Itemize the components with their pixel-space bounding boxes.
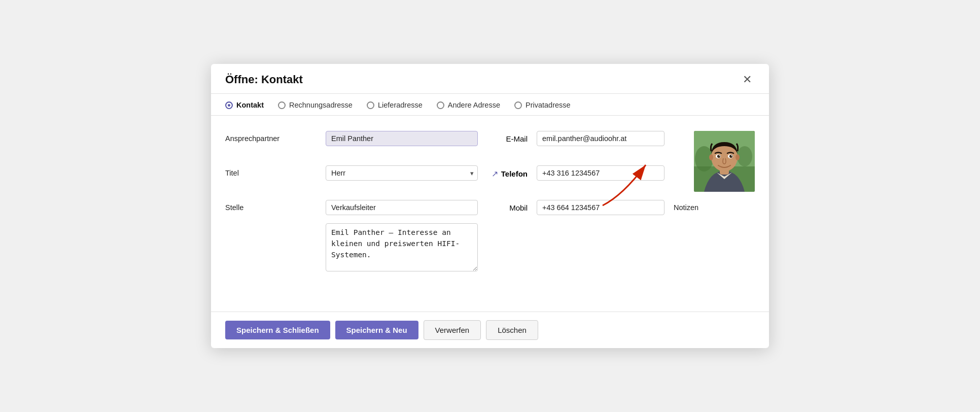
telefon-input[interactable]	[537, 165, 664, 181]
dialog: Öffne: Kontakt ✕ Kontakt Rechnungsadress…	[211, 64, 769, 348]
radio-rechnungsadresse	[278, 101, 286, 109]
tab-rechnungsadresse[interactable]: Rechnungsadresse	[278, 101, 353, 109]
radio-lieferadresse	[367, 101, 374, 109]
radio-privatadresse	[514, 101, 522, 109]
radio-kontakt	[225, 101, 233, 109]
tab-andere-adresse[interactable]: Andere Adresse	[437, 101, 500, 109]
save-close-button[interactable]: Speichern & Schließen	[225, 321, 330, 339]
tab-bar: Kontakt Rechnungsadresse Lieferadresse A…	[211, 94, 769, 116]
stelle-input[interactable]	[326, 200, 478, 215]
avatar-cell	[674, 131, 755, 192]
titel-label: Titel	[225, 165, 317, 177]
delete-button[interactable]: Löschen	[486, 320, 538, 340]
tab-rechnungsadresse-label: Rechnungsadresse	[289, 101, 353, 109]
tab-lieferadresse[interactable]: Lieferadresse	[367, 101, 423, 109]
stelle-label: Stelle	[225, 200, 317, 212]
save-new-button[interactable]: Speichern & Neu	[335, 321, 418, 339]
telefon-label-cell: ↗ Telefon	[487, 165, 528, 179]
email-input[interactable]	[537, 131, 664, 146]
tab-privatadresse[interactable]: Privatadresse	[514, 101, 571, 109]
notizen-textarea[interactable]	[326, 223, 478, 271]
avatar	[694, 131, 755, 192]
close-button[interactable]: ✕	[740, 73, 755, 86]
form-area: Ansprechpartner E-Mail	[211, 116, 769, 312]
tab-kontakt-label: Kontakt	[236, 101, 264, 109]
svg-point-10	[719, 155, 720, 156]
external-link-icon[interactable]: ↗	[492, 169, 498, 179]
discard-button[interactable]: Verwerfen	[424, 320, 481, 340]
svg-point-8	[717, 155, 720, 158]
tab-lieferadresse-label: Lieferadresse	[378, 101, 423, 109]
mobil-label: Mobil	[487, 200, 528, 212]
avatar-svg	[694, 131, 755, 192]
notizen-label: Notizen	[674, 200, 755, 212]
tab-andere-adresse-label: Andere Adresse	[448, 101, 500, 109]
svg-point-13	[736, 154, 740, 160]
tab-kontakt[interactable]: Kontakt	[225, 101, 264, 109]
dialog-footer: Speichern & Schließen Speichern & Neu Ve…	[211, 312, 769, 348]
ansprechpartner-label: Ansprechpartner	[225, 131, 317, 143]
titel-select-wrapper: Herr Frau Dr. Prof. ▾	[326, 165, 478, 181]
mobil-input[interactable]	[537, 200, 664, 215]
tab-privatadresse-label: Privatadresse	[526, 101, 571, 109]
svg-point-11	[731, 155, 732, 156]
telefon-label: Telefon	[501, 169, 528, 178]
radio-andere-adresse	[437, 101, 444, 109]
dialog-title: Öffne: Kontakt	[225, 73, 303, 86]
titel-select[interactable]: Herr Frau Dr. Prof.	[326, 165, 478, 181]
form-grid: Ansprechpartner E-Mail	[225, 131, 755, 271]
ansprechpartner-input[interactable]	[326, 131, 478, 146]
email-label: E-Mail	[487, 131, 528, 143]
svg-point-12	[709, 154, 713, 160]
dialog-header: Öffne: Kontakt ✕	[211, 64, 769, 94]
svg-point-9	[729, 155, 732, 158]
